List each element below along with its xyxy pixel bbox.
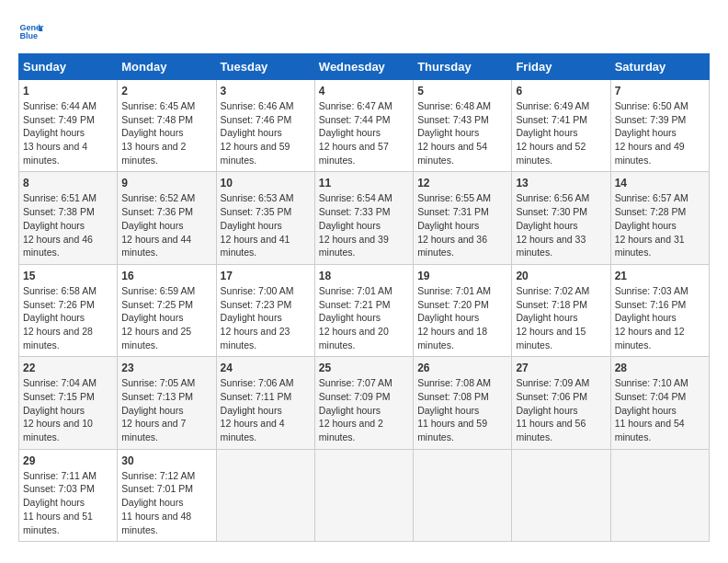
calendar-cell: 6Sunrise: 6:49 AMSunset: 7:41 PMDaylight…	[512, 80, 610, 172]
calendar-cell	[414, 449, 512, 541]
calendar-cell: 27Sunrise: 7:09 AMSunset: 7:06 PMDayligh…	[512, 357, 610, 449]
calendar-cell: 5Sunrise: 6:48 AMSunset: 7:43 PMDaylight…	[414, 80, 512, 172]
calendar-cell: 11Sunrise: 6:54 AMSunset: 7:33 PMDayligh…	[314, 172, 413, 264]
page-header: General Blue	[18, 18, 710, 44]
calendar-week-row: 8Sunrise: 6:51 AMSunset: 7:38 PMDaylight…	[19, 172, 710, 264]
cell-content: Sunrise: 6:59 AMSunset: 7:25 PMDaylight …	[121, 284, 211, 351]
calendar-cell: 4Sunrise: 6:47 AMSunset: 7:44 PMDaylight…	[314, 80, 413, 172]
day-number: 25	[319, 362, 409, 374]
day-number: 2	[121, 85, 211, 98]
calendar-cell	[512, 449, 610, 541]
cell-content: Sunrise: 6:45 AMSunset: 7:48 PMDaylight …	[121, 99, 211, 167]
cell-content: Sunrise: 7:09 AMSunset: 7:06 PMDaylight …	[516, 376, 606, 443]
cell-content: Sunrise: 7:08 AMSunset: 7:08 PMDaylight …	[417, 376, 507, 443]
calendar-cell: 18Sunrise: 7:01 AMSunset: 7:21 PMDayligh…	[314, 264, 413, 356]
calendar-cell	[610, 449, 709, 541]
calendar-cell: 15Sunrise: 6:58 AMSunset: 7:26 PMDayligh…	[19, 264, 118, 356]
cell-content: Sunrise: 6:57 AMSunset: 7:28 PMDaylight …	[615, 191, 705, 259]
calendar-week-row: 15Sunrise: 6:58 AMSunset: 7:26 PMDayligh…	[19, 264, 710, 356]
cell-content: Sunrise: 6:58 AMSunset: 7:26 PMDaylight …	[23, 284, 113, 351]
svg-text:Blue: Blue	[19, 31, 38, 40]
cell-content: Sunrise: 6:48 AMSunset: 7:43 PMDaylight …	[417, 99, 507, 167]
day-number: 8	[23, 177, 113, 190]
cell-content: Sunrise: 7:07 AMSunset: 7:09 PMDaylight …	[319, 376, 409, 443]
day-number: 14	[615, 177, 705, 190]
calendar-cell: 20Sunrise: 7:02 AMSunset: 7:18 PMDayligh…	[512, 264, 610, 356]
day-number: 15	[23, 270, 113, 282]
header-thursday: Thursday	[414, 54, 512, 80]
calendar-table: Sunday Monday Tuesday Wednesday Thursday…	[18, 53, 710, 542]
cell-content: Sunrise: 7:11 AMSunset: 7:03 PMDaylight …	[23, 469, 113, 536]
day-number: 19	[417, 270, 507, 282]
calendar-week-row: 29Sunrise: 7:11 AMSunset: 7:03 PMDayligh…	[19, 449, 710, 541]
cell-content: Sunrise: 6:47 AMSunset: 7:44 PMDaylight …	[319, 99, 409, 167]
day-number: 22	[23, 362, 113, 374]
header-wednesday: Wednesday	[314, 54, 413, 80]
calendar-cell: 13Sunrise: 6:56 AMSunset: 7:30 PMDayligh…	[512, 172, 610, 264]
day-number: 10	[221, 177, 311, 190]
calendar-cell: 2Sunrise: 6:45 AMSunset: 7:48 PMDaylight…	[118, 80, 216, 172]
day-number: 24	[221, 362, 311, 374]
day-number: 12	[417, 177, 507, 190]
cell-content: Sunrise: 6:55 AMSunset: 7:31 PMDaylight …	[417, 191, 507, 259]
calendar-cell: 1Sunrise: 6:44 AMSunset: 7:49 PMDaylight…	[19, 80, 118, 172]
calendar-cell: 3Sunrise: 6:46 AMSunset: 7:46 PMDaylight…	[216, 80, 314, 172]
cell-content: Sunrise: 7:01 AMSunset: 7:21 PMDaylight …	[319, 284, 409, 351]
cell-content: Sunrise: 7:00 AMSunset: 7:23 PMDaylight …	[221, 284, 311, 351]
day-number: 20	[516, 270, 606, 282]
day-number: 3	[221, 85, 311, 98]
calendar-cell: 28Sunrise: 7:10 AMSunset: 7:04 PMDayligh…	[610, 357, 709, 449]
calendar-cell: 17Sunrise: 7:00 AMSunset: 7:23 PMDayligh…	[216, 264, 314, 356]
calendar-cell	[314, 449, 413, 541]
calendar-cell: 16Sunrise: 6:59 AMSunset: 7:25 PMDayligh…	[118, 264, 216, 356]
cell-content: Sunrise: 6:49 AMSunset: 7:41 PMDaylight …	[516, 99, 606, 167]
cell-content: Sunrise: 6:50 AMSunset: 7:39 PMDaylight …	[615, 99, 705, 167]
day-number: 9	[121, 177, 211, 190]
day-number: 5	[417, 85, 507, 98]
day-number: 28	[615, 362, 705, 374]
calendar-cell: 22Sunrise: 7:04 AMSunset: 7:15 PMDayligh…	[19, 357, 118, 449]
cell-content: Sunrise: 7:05 AMSunset: 7:13 PMDaylight …	[121, 376, 211, 443]
calendar-header-row: Sunday Monday Tuesday Wednesday Thursday…	[19, 54, 710, 80]
day-number: 21	[615, 270, 705, 282]
day-number: 1	[23, 85, 113, 98]
cell-content: Sunrise: 6:54 AMSunset: 7:33 PMDaylight …	[319, 191, 409, 259]
day-number: 16	[121, 270, 211, 282]
day-number: 17	[221, 270, 311, 282]
day-number: 13	[516, 177, 606, 190]
header-friday: Friday	[512, 54, 610, 80]
cell-content: Sunrise: 6:46 AMSunset: 7:46 PMDaylight …	[221, 99, 311, 167]
calendar-cell: 10Sunrise: 6:53 AMSunset: 7:35 PMDayligh…	[216, 172, 314, 264]
calendar-cell: 29Sunrise: 7:11 AMSunset: 7:03 PMDayligh…	[19, 449, 118, 541]
cell-content: Sunrise: 7:04 AMSunset: 7:15 PMDaylight …	[23, 376, 113, 443]
calendar-cell: 7Sunrise: 6:50 AMSunset: 7:39 PMDaylight…	[610, 80, 709, 172]
day-number: 4	[319, 85, 409, 98]
cell-content: Sunrise: 6:44 AMSunset: 7:49 PMDaylight …	[23, 99, 113, 167]
cell-content: Sunrise: 6:51 AMSunset: 7:38 PMDaylight …	[23, 191, 113, 259]
day-number: 11	[319, 177, 409, 190]
day-number: 26	[417, 362, 507, 374]
calendar-cell: 19Sunrise: 7:01 AMSunset: 7:20 PMDayligh…	[414, 264, 512, 356]
header-saturday: Saturday	[610, 54, 709, 80]
calendar-cell: 12Sunrise: 6:55 AMSunset: 7:31 PMDayligh…	[414, 172, 512, 264]
header-tuesday: Tuesday	[216, 54, 314, 80]
day-number: 18	[319, 270, 409, 282]
cell-content: Sunrise: 7:02 AMSunset: 7:18 PMDaylight …	[516, 284, 606, 351]
header-sunday: Sunday	[19, 54, 118, 80]
cell-content: Sunrise: 7:06 AMSunset: 7:11 PMDaylight …	[221, 376, 311, 443]
calendar-cell: 14Sunrise: 6:57 AMSunset: 7:28 PMDayligh…	[610, 172, 709, 264]
logo-icon: General Blue	[18, 18, 44, 44]
calendar-cell: 26Sunrise: 7:08 AMSunset: 7:08 PMDayligh…	[414, 357, 512, 449]
cell-content: Sunrise: 7:12 AMSunset: 7:01 PMDaylight …	[121, 469, 211, 536]
day-number: 29	[23, 454, 113, 467]
day-number: 27	[516, 362, 606, 374]
calendar-cell: 30Sunrise: 7:12 AMSunset: 7:01 PMDayligh…	[118, 449, 216, 541]
calendar-week-row: 22Sunrise: 7:04 AMSunset: 7:15 PMDayligh…	[19, 357, 710, 449]
calendar-cell: 21Sunrise: 7:03 AMSunset: 7:16 PMDayligh…	[610, 264, 709, 356]
calendar-cell: 25Sunrise: 7:07 AMSunset: 7:09 PMDayligh…	[314, 357, 413, 449]
cell-content: Sunrise: 7:03 AMSunset: 7:16 PMDaylight …	[615, 284, 705, 351]
cell-content: Sunrise: 6:56 AMSunset: 7:30 PMDaylight …	[516, 191, 606, 259]
calendar-cell: 24Sunrise: 7:06 AMSunset: 7:11 PMDayligh…	[216, 357, 314, 449]
calendar-cell	[216, 449, 314, 541]
calendar-cell: 8Sunrise: 6:51 AMSunset: 7:38 PMDaylight…	[19, 172, 118, 264]
